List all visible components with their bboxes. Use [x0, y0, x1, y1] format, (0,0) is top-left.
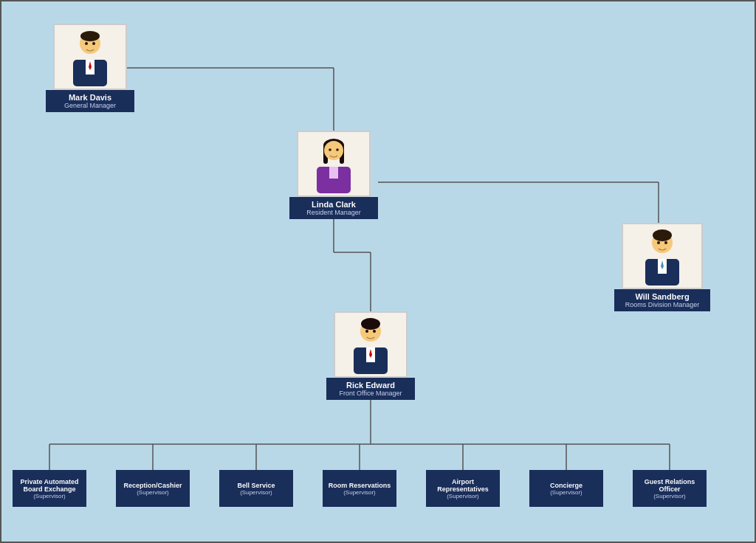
title-linda-clark: Resident Manager [294, 209, 374, 216]
svg-point-36 [657, 241, 660, 244]
svg-point-43 [365, 330, 368, 333]
avatar-linda [297, 131, 371, 197]
supervisor-airport: Airport Representatives (Supervisor) [426, 470, 500, 507]
avatar-mark [53, 24, 127, 90]
label-will-sandberg: Will Sandberg Rooms Division Manager [614, 289, 710, 311]
svg-point-29 [329, 148, 331, 151]
node-mark-davis: Mark Davis General Manager [46, 24, 134, 112]
supervisor-rooms: Room Reservations (Supervisor) [323, 470, 396, 507]
label-linda-clark: Linda Clark Resident Manager [289, 197, 378, 219]
svg-rect-28 [329, 167, 338, 179]
supervisor-concierge: Concierge (Supervisor) [529, 470, 603, 507]
name-bell: Bell Service [222, 482, 290, 489]
title-rooms: (Supervisor) [326, 489, 394, 496]
svg-point-39 [361, 318, 380, 330]
node-rick-edward: Rick Edward Front Office Manager [326, 311, 415, 400]
node-linda-clark: Linda Clark Resident Manager [289, 131, 378, 219]
title-airport: (Supervisor) [429, 493, 497, 499]
title-rick-edward: Front Office Manager [331, 390, 410, 397]
svg-point-17 [80, 31, 100, 41]
svg-point-44 [373, 330, 376, 333]
name-guest: Guest Relations Officer [636, 478, 704, 493]
title-pabx: (Supervisor) [16, 493, 83, 499]
title-mark-davis: General Manager [50, 102, 130, 109]
supervisor-reception: Reception/Cashier (Supervisor) [116, 470, 190, 507]
name-pabx: Private Automated Board Exchange [16, 478, 83, 493]
supervisor-guest: Guest Relations Officer (Supervisor) [633, 470, 707, 507]
svg-point-21 [85, 42, 88, 45]
name-rooms: Room Reservations [326, 482, 394, 489]
svg-point-37 [664, 241, 667, 244]
name-reception: Reception/Cashier [119, 482, 187, 489]
title-will-sandberg: Rooms Division Manager [619, 301, 706, 308]
title-guest: (Supervisor) [636, 493, 704, 499]
name-concierge: Concierge [532, 482, 600, 489]
svg-point-22 [92, 42, 95, 45]
name-mark-davis: Mark Davis [50, 93, 130, 102]
label-mark-davis: Mark Davis General Manager [46, 90, 134, 112]
supervisor-bell: Bell Service (Supervisor) [219, 470, 293, 507]
node-will-sandberg: Will Sandberg Rooms Division Manager [614, 223, 710, 311]
avatar-will [622, 223, 703, 289]
name-rick-edward: Rick Edward [331, 381, 410, 390]
svg-point-30 [336, 148, 339, 151]
name-linda-clark: Linda Clark [294, 200, 374, 209]
svg-point-32 [653, 229, 672, 241]
avatar-rick [334, 311, 408, 378]
name-airport: Airport Representatives [429, 478, 497, 493]
label-rick-edward: Rick Edward Front Office Manager [326, 378, 415, 400]
title-reception: (Supervisor) [119, 489, 187, 496]
title-concierge: (Supervisor) [532, 489, 600, 496]
org-chart: Mark Davis General Manager [0, 0, 756, 543]
supervisor-pabx: Private Automated Board Exchange (Superv… [13, 470, 86, 507]
name-will-sandberg: Will Sandberg [619, 292, 706, 301]
title-bell: (Supervisor) [222, 489, 290, 496]
